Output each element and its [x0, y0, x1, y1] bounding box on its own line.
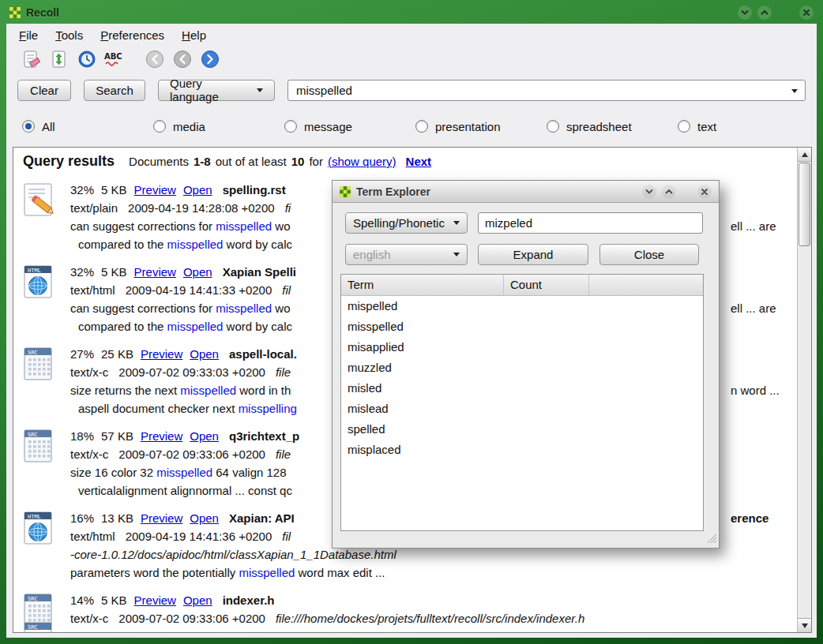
term-row[interactable]: misplaced — [341, 440, 703, 460]
mime-type: text/x-c — [70, 447, 108, 461]
window-unshade-button[interactable] — [757, 6, 772, 20]
term-row[interactable]: muzzled — [341, 358, 703, 378]
term-column-header[interactable]: Term — [341, 275, 504, 295]
go-previous-icon[interactable] — [171, 48, 194, 70]
next-page-link[interactable]: Next — [406, 155, 432, 168]
filter-media[interactable]: media — [153, 120, 284, 133]
term-explorer-dialog: Term Explorer Spelling/Phonetic english … — [332, 180, 720, 549]
filter-presentation[interactable]: presentation — [415, 120, 547, 133]
show-query-link[interactable]: (show query) — [328, 155, 396, 168]
filter-label: All — [42, 120, 55, 133]
term-row[interactable]: spelled — [341, 419, 703, 440]
open-link[interactable]: Open — [190, 511, 219, 525]
filter-label: media — [173, 120, 205, 133]
recoll-app-icon — [340, 186, 351, 197]
clear-search-icon[interactable] — [21, 48, 43, 70]
expand-button[interactable]: Expand — [478, 244, 588, 265]
resize-grip[interactable] — [707, 533, 717, 546]
update-index-icon[interactable] — [48, 48, 70, 70]
result-title-line: 14%5 KBPreviewOpenindexer.h — [70, 591, 797, 609]
language-dropdown[interactable]: english — [345, 244, 468, 265]
spellcheck-abc-icon[interactable]: ABC — [103, 48, 126, 70]
results-scrollbar[interactable] — [797, 148, 811, 632]
scrollbar-thumb[interactable] — [799, 163, 810, 246]
expansion-mode-dropdown[interactable]: Spelling/Phonetic — [345, 212, 468, 234]
search-bar: Clear Search Query language — [6, 73, 817, 107]
clear-button[interactable]: Clear — [17, 80, 71, 101]
filter-spreadsheet[interactable]: spreadsheet — [547, 120, 678, 133]
result-body: 14%5 KBPreviewOpenindexer.htext/x-c2009-… — [70, 591, 797, 630]
dialog-body: Spelling/Phonetic english Expand Close T… — [333, 202, 719, 548]
radio-icon — [284, 120, 297, 133]
dialog-shade-button[interactable] — [642, 185, 656, 199]
abstract-text: compared to the — [78, 320, 167, 333]
term-table-header[interactable]: Term Count — [341, 275, 703, 296]
chevron-down-icon — [453, 221, 460, 225]
menu-item-help[interactable]: Help — [182, 28, 206, 42]
file-size: 57 KB — [101, 429, 133, 443]
filter-label: message — [304, 120, 352, 133]
relevance-percent: 14% — [70, 593, 94, 607]
result-filename: q3richtext_p — [229, 429, 299, 443]
go-next-icon[interactable] — [199, 48, 221, 70]
scroll-up-button[interactable] — [798, 148, 811, 162]
term-row[interactable]: misspelled — [341, 316, 703, 337]
preview-link[interactable]: Preview — [141, 429, 182, 443]
main-titlebar[interactable]: Recoll — [9, 3, 814, 22]
abstract-text: word in th — [236, 384, 291, 397]
preview-link[interactable]: Preview — [134, 183, 176, 197]
history-icon[interactable] — [76, 48, 98, 70]
menu-item-tools[interactable]: Tools — [55, 28, 83, 42]
recoll-app-icon — [9, 7, 21, 18]
file-size: 25 KB — [101, 347, 133, 361]
results-title: Query results — [23, 153, 115, 170]
query-input[interactable] — [295, 83, 784, 98]
dialog-close-button[interactable] — [697, 185, 712, 199]
svg-text:HTML: HTML — [28, 514, 41, 520]
close-button[interactable]: Close — [599, 244, 699, 265]
clipped-text-fragment: ell ... are — [731, 217, 776, 235]
relevance-percent: 16% — [70, 511, 94, 525]
filter-text[interactable]: text — [678, 120, 809, 133]
search-button[interactable]: Search — [84, 80, 145, 101]
doc-url: fi — [285, 201, 291, 215]
go-first-icon[interactable] — [144, 48, 166, 70]
result-abstract-line: parameters word the potentially misspell… — [70, 564, 797, 582]
window-close-button[interactable] — [799, 6, 814, 20]
dialog-titlebar[interactable]: Term Explorer — [333, 181, 719, 203]
term-row[interactable]: mislead — [341, 399, 703, 419]
triangle-down-icon — [802, 623, 808, 628]
preview-link[interactable]: Preview — [134, 265, 176, 279]
term-row[interactable]: misapplied — [341, 337, 703, 358]
svg-text:SRC: SRC — [28, 624, 38, 631]
window-title: Recoll — [26, 6, 59, 19]
preview-link[interactable]: Preview — [141, 347, 182, 361]
open-link[interactable]: Open — [190, 347, 219, 361]
open-link[interactable]: Open — [190, 429, 219, 443]
preview-link[interactable]: Preview — [134, 593, 176, 607]
open-link[interactable]: Open — [183, 593, 212, 607]
dialog-unshade-button[interactable] — [662, 185, 676, 199]
mime-type: text/x-c — [70, 612, 108, 625]
window-shade-button[interactable] — [738, 6, 752, 20]
filter-all[interactable]: All — [22, 120, 153, 133]
term-row[interactable]: misled — [341, 378, 703, 399]
svg-text:SRC: SRC — [28, 596, 38, 602]
query-combobox[interactable] — [287, 80, 806, 101]
relevance-percent: 27% — [70, 347, 94, 361]
filter-row: Allmediamessagepresentationspreadsheette… — [6, 107, 817, 145]
scroll-down-button[interactable] — [798, 618, 811, 632]
preview-link[interactable]: Preview — [141, 511, 182, 525]
abstract-text: aspell document checker next — [78, 402, 239, 415]
count-column-header[interactable]: Count — [504, 275, 589, 295]
menu-item-file[interactable]: File — [19, 28, 38, 42]
result-total: 10 — [291, 155, 305, 168]
filter-message[interactable]: message — [284, 120, 415, 133]
query-language-dropdown[interactable]: Query language — [158, 80, 275, 101]
result-filename: aspell-local. — [229, 347, 297, 361]
term-input[interactable] — [478, 212, 703, 234]
open-link[interactable]: Open — [183, 265, 212, 279]
menu-item-preferences[interactable]: Preferences — [100, 28, 164, 42]
open-link[interactable]: Open — [183, 183, 212, 197]
term-row[interactable]: mispelled — [341, 296, 703, 316]
